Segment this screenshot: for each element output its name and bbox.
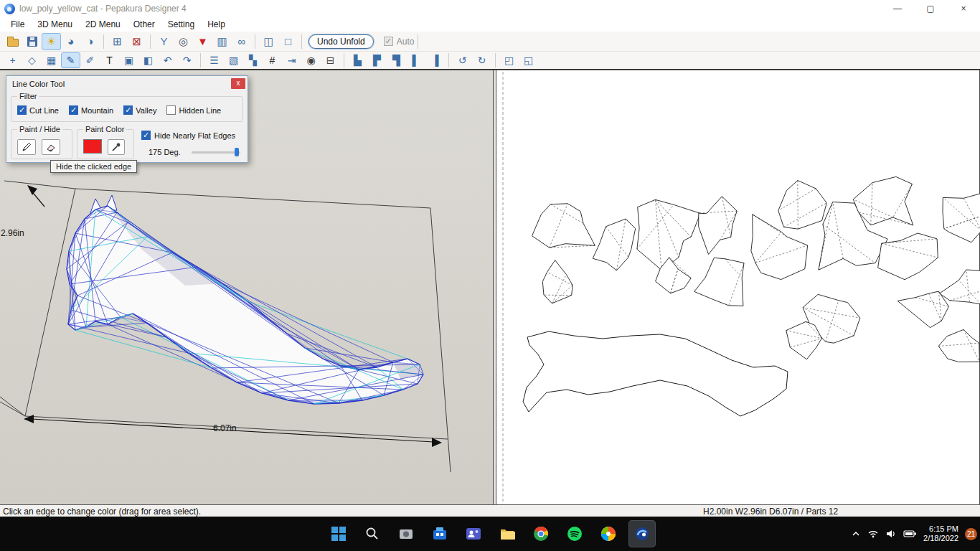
select-move-button[interactable]: + xyxy=(3,52,22,68)
unfold-model-button[interactable]: ⊞ xyxy=(108,33,127,50)
status-dimensions: H2.00in W2.96in D6.07in / Parts 12 xyxy=(703,507,838,517)
battery-icon[interactable] xyxy=(903,529,917,538)
dialog-title-bar[interactable]: Line Color Tool x xyxy=(6,76,248,92)
paint-color-swatch[interactable] xyxy=(83,139,102,154)
toggle-light-button[interactable]: ☀ xyxy=(42,33,61,50)
layout-single-view-button[interactable]: □ xyxy=(278,33,298,50)
viewport-3d[interactable]: 2.96in6.07in Line Color Tool x Filter Cu… xyxy=(0,70,493,504)
print-button[interactable]: ⊟ xyxy=(321,52,340,68)
area-select-button[interactable]: ▦ xyxy=(42,52,61,68)
box-tool-button[interactable]: ◧ xyxy=(138,52,158,68)
capture-button[interactable]: ◉ xyxy=(301,52,321,68)
search-button[interactable] xyxy=(359,520,386,547)
hide-flat-edges-checkbox-box[interactable] xyxy=(141,131,151,140)
camera-icon[interactable] xyxy=(392,520,420,547)
notification-badge[interactable]: 21 xyxy=(965,528,977,540)
export-page-button[interactable]: ⇥ xyxy=(282,52,301,68)
clock[interactable]: 6:15 PM 2/18/2022 xyxy=(923,524,958,543)
auto-checkbox-box[interactable] xyxy=(384,37,393,46)
close-button[interactable]: × xyxy=(947,0,980,17)
photos-icon[interactable] xyxy=(595,520,622,547)
open-file-button[interactable] xyxy=(3,33,22,50)
line-color-tool-button[interactable]: ✎ xyxy=(61,52,80,68)
store-icon[interactable] xyxy=(426,520,453,547)
check-model-button[interactable]: Y xyxy=(154,33,174,50)
hide-flat-edges-checkbox[interactable]: Hide Nearly Flat Edges xyxy=(141,131,235,140)
align-left-button[interactable]: ▙ xyxy=(348,52,367,68)
menubar: File3D Menu2D MenuOtherSettingHelp xyxy=(0,17,980,32)
menu-other[interactable]: Other xyxy=(127,19,161,29)
edge-number-button[interactable]: # xyxy=(263,52,282,68)
filter-cut-line-checkbox-box[interactable] xyxy=(17,105,27,115)
redo-button[interactable]: ↷ xyxy=(177,52,197,68)
diamond-icon: ◇ xyxy=(28,55,36,66)
pepakura-icon[interactable] xyxy=(628,520,656,547)
filter-mountain-checkbox-box[interactable] xyxy=(69,105,78,115)
angle-slider-handle[interactable] xyxy=(235,148,239,156)
texture-settings-button[interactable]: ◑ xyxy=(80,33,100,50)
rotate-left-icon: ↺ xyxy=(458,55,467,66)
undo-button[interactable]: ↶ xyxy=(158,52,177,68)
minimize-button[interactable]: — xyxy=(881,0,914,17)
arrange-parts-button[interactable]: ▚ xyxy=(243,52,263,68)
menu-2d-menu[interactable]: 2D Menu xyxy=(79,19,127,29)
rotate-view-button[interactable]: ◇ xyxy=(22,52,42,68)
angle-slider[interactable] xyxy=(192,147,240,157)
split-parts-button[interactable]: ◱ xyxy=(519,52,538,68)
texture-view-button[interactable]: ◕ xyxy=(61,33,80,50)
filter-hidden-line-checkbox[interactable]: Hidden Line xyxy=(166,105,221,115)
menu-file[interactable]: File xyxy=(4,19,31,29)
wifi-icon[interactable] xyxy=(867,529,879,539)
filter-mountain-checkbox[interactable]: Mountain xyxy=(69,105,113,115)
rotate-left-button[interactable]: ↺ xyxy=(453,52,472,68)
window-title: low_poly_yellow_cat - Pepakura Designer … xyxy=(19,4,187,14)
distribute-h-button[interactable]: ▌ xyxy=(406,52,425,68)
paint-edge-button[interactable] xyxy=(17,139,36,155)
main-area: 2.96in6.07in Line Color Tool x Filter Cu… xyxy=(0,70,980,504)
chrome-icon[interactable] xyxy=(527,520,555,547)
teams-icon[interactable] xyxy=(460,520,487,547)
menu-3d-menu[interactable]: 3D Menu xyxy=(31,19,79,29)
spotify-icon[interactable] xyxy=(561,520,588,547)
toolbar-separator xyxy=(448,53,449,67)
pattern-2d-canvas[interactable] xyxy=(496,70,980,504)
unfold-settings-button[interactable]: ⊠ xyxy=(127,33,146,50)
pattern-select-button[interactable]: ▧ xyxy=(224,52,243,68)
link-icon: ∞ xyxy=(237,35,245,47)
distribute-v-button[interactable]: ▐ xyxy=(425,52,445,68)
volume-icon[interactable] xyxy=(885,529,897,539)
viewport-2d[interactable] xyxy=(496,70,980,504)
layout-both-views-button[interactable]: ◫ xyxy=(259,33,278,50)
file-explorer-icon[interactable] xyxy=(494,520,521,547)
link-views-button[interactable]: ∞ xyxy=(232,33,251,50)
image-tool-button[interactable]: ▣ xyxy=(119,52,138,68)
solid-view-button[interactable]: ◎ xyxy=(174,33,193,50)
hide-edge-button[interactable] xyxy=(42,139,60,155)
start-button[interactable] xyxy=(325,520,352,547)
save-button[interactable] xyxy=(22,33,42,50)
text-tool-button[interactable]: T xyxy=(100,52,119,68)
angle-slider-track[interactable] xyxy=(192,151,240,154)
dialog-close-button[interactable]: x xyxy=(231,78,245,89)
auto-checkbox[interactable]: Auto xyxy=(384,37,415,47)
sphere-icon: ◕ xyxy=(67,35,74,47)
angle-value-label: 175 Deg. xyxy=(149,148,181,156)
align-right-button[interactable]: ▜ xyxy=(387,52,406,68)
maximize-button[interactable]: ▢ xyxy=(914,0,947,17)
paint-face-button[interactable]: ✐ xyxy=(80,52,100,68)
tray-chevron-icon[interactable] xyxy=(851,529,861,539)
menu-help[interactable]: Help xyxy=(201,19,232,29)
filter-valley-checkbox-box[interactable] xyxy=(123,105,133,115)
scale-chart-button[interactable]: ▥ xyxy=(212,33,232,50)
menu-setting[interactable]: Setting xyxy=(161,19,201,29)
filter-valley-checkbox[interactable]: Valley xyxy=(123,105,156,115)
book-view-button[interactable]: ☰ xyxy=(204,52,224,68)
undo-unfold-button[interactable]: Undo Unfold xyxy=(308,34,374,49)
align-center-button[interactable]: ▛ xyxy=(367,52,387,68)
filter-cut-line-checkbox[interactable]: Cut Line xyxy=(17,105,59,115)
filter-hidden-line-checkbox-box[interactable] xyxy=(166,105,176,115)
pick-color-button[interactable] xyxy=(108,139,125,155)
measure-button[interactable]: ▼ xyxy=(193,33,212,50)
join-parts-button[interactable]: ◰ xyxy=(499,52,519,68)
rotate-right-button[interactable]: ↻ xyxy=(472,52,491,68)
